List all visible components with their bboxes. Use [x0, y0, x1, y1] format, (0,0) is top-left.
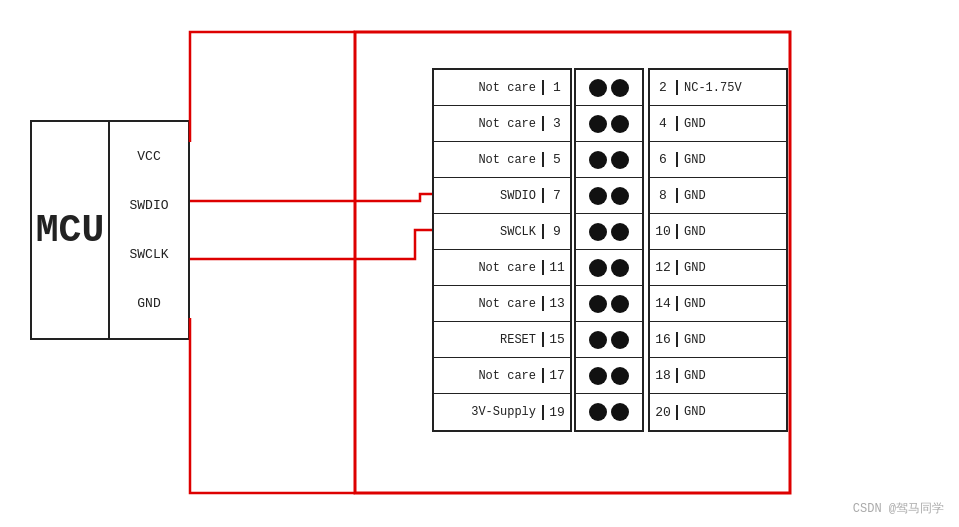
connector-row-r14: 14 GND — [650, 286, 786, 322]
dot-9a — [589, 223, 607, 241]
connector-row-5: Not care 5 — [434, 142, 570, 178]
pin-label-r18: GND — [678, 369, 786, 383]
dots-row-9 — [576, 214, 642, 250]
connector-row-15: RESET 15 — [434, 322, 570, 358]
mcu-pin-swclk: SWCLK — [110, 245, 188, 264]
pin-label-r16: GND — [678, 333, 786, 347]
dot-19a — [589, 403, 607, 421]
dot-11a — [589, 259, 607, 277]
pin-label-r12: GND — [678, 261, 786, 275]
pin-number-13: 13 — [542, 296, 570, 311]
pin-number-15: 15 — [542, 332, 570, 347]
pin-number-r8: 8 — [650, 188, 678, 203]
dots-row-5 — [576, 142, 642, 178]
connector-row-13: Not care 13 — [434, 286, 570, 322]
pin-number-r14: 14 — [650, 296, 678, 311]
dots-row-17 — [576, 358, 642, 394]
connector-row-3: Not care 3 — [434, 106, 570, 142]
pin-label-7: SWDIO — [434, 189, 542, 203]
dot-3b — [611, 115, 629, 133]
connector-row-r6: 6 GND — [650, 142, 786, 178]
dot-1b — [611, 79, 629, 97]
mcu-label: MCU — [32, 122, 110, 338]
connector-row-11: Not care 11 — [434, 250, 570, 286]
dot-17b — [611, 367, 629, 385]
pin-number-r10: 10 — [650, 224, 678, 239]
pin-label-r10: GND — [678, 225, 786, 239]
dots-row-13 — [576, 286, 642, 322]
pin-label-r20: GND — [678, 405, 786, 419]
dot-5a — [589, 151, 607, 169]
dot-17a — [589, 367, 607, 385]
pin-label-19: 3V-Supply — [434, 405, 542, 419]
pin-label-1: Not care — [434, 81, 542, 95]
pin-number-r2: 2 — [650, 80, 678, 95]
pin-number-9: 9 — [542, 224, 570, 239]
dot-13b — [611, 295, 629, 313]
pin-label-r14: GND — [678, 297, 786, 311]
dot-13a — [589, 295, 607, 313]
connector-row-7: SWDIO 7 — [434, 178, 570, 214]
mcu-pin-gnd: GND — [110, 294, 188, 313]
pin-number-r6: 6 — [650, 152, 678, 167]
mcu-box: MCU VCC SWDIO SWCLK GND — [30, 120, 190, 340]
pin-number-7: 7 — [542, 188, 570, 203]
dot-15a — [589, 331, 607, 349]
dots-area — [574, 68, 644, 432]
pin-number-5: 5 — [542, 152, 570, 167]
pin-label-17: Not care — [434, 369, 542, 383]
pin-label-5: Not care — [434, 153, 542, 167]
connector-row-1: Not care 1 — [434, 70, 570, 106]
diagram: MCU VCC SWDIO SWCLK GND Not care 1 Not c… — [0, 0, 959, 527]
pin-label-9: SWCLK — [434, 225, 542, 239]
connector-row-r18: 18 GND — [650, 358, 786, 394]
pin-number-r20: 20 — [650, 405, 678, 420]
mcu-pins: VCC SWDIO SWCLK GND — [110, 122, 188, 338]
pin-label-13: Not care — [434, 297, 542, 311]
connector-row-r20: 20 GND — [650, 394, 786, 430]
pin-number-19: 19 — [542, 405, 570, 420]
pin-label-r6: GND — [678, 153, 786, 167]
pin-number-3: 3 — [542, 116, 570, 131]
connector-row-r8: 8 GND — [650, 178, 786, 214]
mcu-pin-vcc: VCC — [110, 147, 188, 166]
pin-label-r4: GND — [678, 117, 786, 131]
connector-left: Not care 1 Not care 3 Not care 5 SWDIO 7… — [432, 68, 572, 432]
watermark: CSDN @驾马同学 — [853, 500, 944, 517]
connector-row-r10: 10 GND — [650, 214, 786, 250]
connector-row-17: Not care 17 — [434, 358, 570, 394]
dot-9b — [611, 223, 629, 241]
connector-row-9: SWCLK 9 — [434, 214, 570, 250]
pin-number-17: 17 — [542, 368, 570, 383]
pin-number-r16: 16 — [650, 332, 678, 347]
dots-row-11 — [576, 250, 642, 286]
connector-right: 2 NC-1.75V 4 GND 6 GND 8 GND 10 GND 12 G… — [648, 68, 788, 432]
pin-label-r8: GND — [678, 189, 786, 203]
mcu-pin-swdio: SWDIO — [110, 196, 188, 215]
pin-label-3: Not care — [434, 117, 542, 131]
dot-7b — [611, 187, 629, 205]
dots-row-19 — [576, 394, 642, 430]
connector-row-r4: 4 GND — [650, 106, 786, 142]
dots-row-7 — [576, 178, 642, 214]
dots-row-1 — [576, 70, 642, 106]
connector-row-r16: 16 GND — [650, 322, 786, 358]
dot-3a — [589, 115, 607, 133]
dot-5b — [611, 151, 629, 169]
connector-row-r2: 2 NC-1.75V — [650, 70, 786, 106]
pin-label-11: Not care — [434, 261, 542, 275]
dot-1a — [589, 79, 607, 97]
dot-19b — [611, 403, 629, 421]
pin-label-15: RESET — [434, 333, 542, 347]
pin-number-1: 1 — [542, 80, 570, 95]
connector-row-r12: 12 GND — [650, 250, 786, 286]
connector-row-19: 3V-Supply 19 — [434, 394, 570, 430]
dot-7a — [589, 187, 607, 205]
dot-15b — [611, 331, 629, 349]
pin-number-r12: 12 — [650, 260, 678, 275]
pin-number-11: 11 — [542, 260, 570, 275]
dots-row-3 — [576, 106, 642, 142]
pin-number-r4: 4 — [650, 116, 678, 131]
dot-11b — [611, 259, 629, 277]
dots-row-15 — [576, 322, 642, 358]
